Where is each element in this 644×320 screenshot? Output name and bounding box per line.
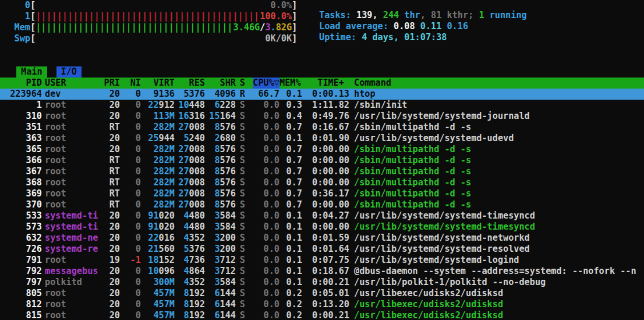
cell-user: root bbox=[45, 100, 100, 111]
cell-cpu: 0.0 bbox=[245, 199, 279, 210]
cell-user: root bbox=[45, 177, 100, 188]
cell-s: S bbox=[236, 111, 245, 122]
process-row-366[interactable]: 366rootRT0282M270088576S0.00.70:00.00/sb… bbox=[0, 155, 644, 166]
swp-meter-label: Swp bbox=[0, 33, 30, 44]
column-header-mem[interactable]: MEM% bbox=[279, 78, 302, 89]
process-row-533[interactable]: 533systemd-ti2009102044803584S0.00.10:04… bbox=[0, 210, 644, 221]
process-row-367[interactable]: 367rootRT0282M270088576S0.00.70:00.00/sb… bbox=[0, 166, 644, 177]
cell-cmd: /usr/libexec/udisks2/udisksd bbox=[349, 299, 644, 310]
cell-cpu: 0.0 bbox=[245, 177, 279, 188]
cell-pid: 351 bbox=[0, 122, 42, 133]
process-row-726[interactable]: 726systemd-re2002156053763200S0.00.10:01… bbox=[0, 244, 644, 255]
process-row-797[interactable]: 797polkitd200300M43523584S0.00.10:00.21/… bbox=[0, 277, 644, 288]
meter-close-bracket: ] bbox=[292, 11, 297, 22]
column-header-cpu[interactable]: CPU%▽ bbox=[245, 78, 279, 89]
mem-meter: Mem[||||||||||||||||||||||||||||||||||||… bbox=[0, 22, 297, 33]
cell-shr: 8576 bbox=[205, 177, 236, 188]
tasks-line-segment: 1 bbox=[479, 10, 484, 20]
cell-ni: 0 bbox=[120, 100, 141, 111]
cell-user: systemd-ti bbox=[45, 210, 100, 221]
load-average-line-segment: 0.08 bbox=[394, 21, 420, 31]
process-row-310[interactable]: 310root200113M1631615164S0.00.40:49.76/u… bbox=[0, 111, 644, 122]
process-row-573[interactable]: 573systemd-ti2009102044803584S0.00.10:00… bbox=[0, 221, 644, 233]
process-row-365[interactable]: 365root200282M270088576S0.00.70:00.00/sb… bbox=[0, 144, 644, 155]
cell-shr: 8576 bbox=[205, 122, 236, 133]
column-header-pid[interactable]: PID bbox=[0, 78, 42, 89]
cell-time: 0:00.21 bbox=[302, 310, 349, 320]
cell-cpu: 0.0 bbox=[245, 288, 279, 299]
column-header-user[interactable]: USER bbox=[45, 78, 100, 89]
cell-pid: 370 bbox=[0, 199, 42, 210]
meter-close-bracket: ] bbox=[292, 0, 297, 11]
cell-mem: 0.7 bbox=[279, 188, 302, 199]
cell-res: 4736 bbox=[175, 255, 205, 266]
process-row-812[interactable]: 812root200457M81926144S0.00.20:13.20/usr… bbox=[0, 299, 644, 310]
column-header-shr[interactable]: SHR bbox=[205, 78, 236, 89]
cell-pri: RT bbox=[100, 122, 120, 133]
swp-meter-value: 0K/0K bbox=[265, 33, 292, 44]
process-row-369[interactable]: 369rootRT0282M270088576S0.00.70:36.17/sb… bbox=[0, 188, 644, 199]
cell-pri: RT bbox=[100, 188, 120, 199]
cpu1-meter-label: 1 bbox=[0, 11, 30, 22]
process-row-363[interactable]: 363root2002594452402680S0.00.10:01.90/us… bbox=[0, 133, 644, 144]
column-header-res[interactable]: RES bbox=[175, 78, 205, 89]
mem-meter-label: Mem bbox=[0, 22, 30, 33]
meter-open-bracket: [ bbox=[30, 0, 36, 11]
tasks-line-segment: 244 bbox=[383, 10, 399, 20]
cell-ni: 0 bbox=[120, 111, 141, 122]
process-row-370[interactable]: 370rootRT0282M270088576S0.00.70:00.00/sb… bbox=[0, 199, 644, 210]
cell-cmd: /usr/lib/systemd/systemd-journald bbox=[349, 111, 644, 122]
column-header-time[interactable]: TIME+ bbox=[302, 78, 349, 89]
process-row-815[interactable]: 815root200457M81926144S0.00.20:00.21/usr… bbox=[0, 310, 644, 320]
column-header-ni[interactable]: NI bbox=[120, 78, 141, 89]
cell-pri: 20 bbox=[100, 288, 120, 299]
cell-pri: 20 bbox=[100, 144, 120, 155]
cell-time: 0:07.75 bbox=[302, 255, 349, 266]
meter-open-bracket: [ bbox=[30, 11, 36, 22]
process-row-351[interactable]: 351rootRT0282M270088576S0.00.70:16.67/sb… bbox=[0, 122, 644, 133]
cell-user: root bbox=[45, 255, 100, 266]
cell-cpu: 0.0 bbox=[245, 122, 279, 133]
process-row-223964[interactable]: 223964dev200913653764096R66.70.10:00.13h… bbox=[0, 89, 644, 100]
cell-user: systemd-ne bbox=[45, 233, 100, 244]
column-header-pri[interactable]: PRI bbox=[100, 78, 120, 89]
tab-io[interactable]: I/O bbox=[56, 66, 82, 78]
column-header-s[interactable]: S bbox=[236, 78, 245, 89]
cell-user: root bbox=[45, 199, 100, 210]
process-row-792[interactable]: 792messagebus2001009648643712S0.00.10:18… bbox=[0, 266, 644, 277]
tab-main[interactable]: Main bbox=[16, 66, 47, 78]
process-row-791[interactable]: 791root19-11815247363712S0.00.10:07.75/u… bbox=[0, 255, 644, 266]
cell-virt: 22912 bbox=[141, 100, 175, 111]
cell-ni: 0 bbox=[120, 188, 141, 199]
column-header-cmd[interactable]: Command bbox=[349, 78, 644, 89]
cell-shr: 8576 bbox=[205, 144, 236, 155]
cell-ni: 0 bbox=[120, 144, 141, 155]
cell-pri: 20 bbox=[100, 310, 120, 320]
cell-res: 8192 bbox=[175, 310, 205, 320]
cell-cpu: 0.0 bbox=[245, 188, 279, 199]
cell-time: 0:00.00 bbox=[302, 144, 349, 155]
cell-mem: 0.1 bbox=[279, 255, 302, 266]
process-row-1[interactable]: 1root20022912104486228S0.00.31:11.82/sbi… bbox=[0, 100, 644, 111]
cell-s: S bbox=[236, 266, 245, 277]
cell-mem: 0.7 bbox=[279, 144, 302, 155]
cell-res: 4352 bbox=[175, 277, 205, 288]
cell-virt: 91020 bbox=[141, 221, 175, 233]
cell-pid: 369 bbox=[0, 188, 42, 199]
cell-ni: 0 bbox=[120, 233, 141, 244]
cell-res: 27008 bbox=[175, 144, 205, 155]
process-row-632[interactable]: 632systemd-ne2002201643523200S0.00.10:01… bbox=[0, 233, 644, 244]
cell-time: 0:00.13 bbox=[302, 89, 349, 100]
cell-pri: 20 bbox=[100, 100, 120, 111]
process-row-368[interactable]: 368rootRT0282M270088576S0.00.70:00.00/sb… bbox=[0, 177, 644, 188]
cell-time: 0:00.00 bbox=[302, 221, 349, 233]
process-row-805[interactable]: 805root200457M81926144S0.00.20:05.01/usr… bbox=[0, 288, 644, 299]
cell-s: S bbox=[236, 277, 245, 288]
cell-pri: RT bbox=[100, 177, 120, 188]
cell-cmd: /usr/lib/systemd/systemd-networkd bbox=[349, 233, 644, 244]
sort-column-cpu[interactable]: CPU%▽ bbox=[253, 78, 279, 89]
uptime-line-segment: Uptime: bbox=[319, 32, 362, 43]
cell-pri: 20 bbox=[100, 299, 120, 310]
column-header-virt[interactable]: VIRT bbox=[141, 78, 175, 89]
cell-virt: 282M bbox=[141, 177, 175, 188]
